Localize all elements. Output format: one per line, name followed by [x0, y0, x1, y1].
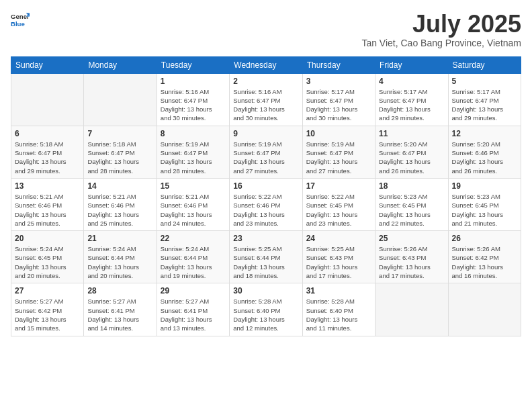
day-number: 29 [161, 286, 226, 295]
calendar-day-cell [11, 73, 84, 126]
day-number: 4 [379, 77, 444, 86]
day-number: 26 [452, 234, 517, 243]
day-number: 25 [379, 234, 444, 243]
calendar-day-cell: 20Sunrise: 5:24 AM Sunset: 6:45 PM Dayli… [11, 231, 84, 283]
calendar-day-cell: 13Sunrise: 5:21 AM Sunset: 6:46 PM Dayli… [11, 178, 84, 230]
day-number: 18 [379, 181, 444, 191]
day-number: 24 [306, 234, 371, 243]
calendar-day-cell: 18Sunrise: 5:23 AM Sunset: 6:45 PM Dayli… [375, 178, 448, 230]
weekday-header-cell: Monday [84, 56, 157, 73]
calendar-day-cell: 6Sunrise: 5:18 AM Sunset: 6:47 PM Daylig… [11, 126, 84, 178]
calendar-day-cell: 21Sunrise: 5:24 AM Sunset: 6:44 PM Dayli… [84, 231, 157, 283]
weekday-header-cell: Sunday [11, 56, 84, 73]
title-block: July 2025 Tan Viet, Cao Bang Province, V… [361, 11, 521, 48]
calendar-day-cell: 29Sunrise: 5:27 AM Sunset: 6:41 PM Dayli… [157, 283, 229, 336]
day-number: 10 [306, 129, 371, 138]
day-info: Sunrise: 5:21 AM Sunset: 6:46 PM Dayligh… [87, 192, 152, 228]
day-number: 6 [15, 129, 80, 138]
day-info: Sunrise: 5:25 AM Sunset: 6:43 PM Dayligh… [306, 244, 371, 280]
calendar-day-cell: 11Sunrise: 5:20 AM Sunset: 6:47 PM Dayli… [375, 126, 448, 178]
day-info: Sunrise: 5:22 AM Sunset: 6:46 PM Dayligh… [233, 192, 298, 228]
calendar-day-cell [84, 73, 157, 126]
day-number: 30 [233, 286, 298, 295]
location-title: Tan Viet, Cao Bang Province, Vietnam [361, 38, 521, 48]
day-info: Sunrise: 5:23 AM Sunset: 6:45 PM Dayligh… [452, 192, 517, 228]
day-number: 1 [161, 77, 226, 86]
weekday-header-cell: Tuesday [157, 56, 229, 73]
calendar-day-cell: 25Sunrise: 5:26 AM Sunset: 6:43 PM Dayli… [375, 231, 448, 283]
day-info: Sunrise: 5:19 AM Sunset: 6:47 PM Dayligh… [233, 140, 298, 175]
calendar-day-cell: 26Sunrise: 5:26 AM Sunset: 6:42 PM Dayli… [448, 231, 521, 283]
calendar-day-cell [448, 283, 521, 336]
day-number: 17 [306, 181, 371, 191]
weekday-header-cell: Friday [375, 56, 448, 73]
day-info: Sunrise: 5:28 AM Sunset: 6:40 PM Dayligh… [233, 297, 298, 332]
calendar-day-cell: 28Sunrise: 5:27 AM Sunset: 6:41 PM Dayli… [84, 283, 157, 336]
calendar-week-row: 6Sunrise: 5:18 AM Sunset: 6:47 PM Daylig… [11, 126, 521, 178]
day-number: 2 [233, 77, 298, 86]
day-number: 11 [379, 129, 444, 138]
svg-text:Blue: Blue [11, 20, 25, 28]
weekday-header-cell: Thursday [302, 56, 375, 73]
page-header: General Blue July 2025 Tan Viet, Cao Ban… [11, 11, 521, 48]
day-info: Sunrise: 5:24 AM Sunset: 6:44 PM Dayligh… [87, 244, 152, 280]
logo: General Blue [11, 11, 30, 30]
calendar-day-cell: 30Sunrise: 5:28 AM Sunset: 6:40 PM Dayli… [230, 283, 302, 336]
calendar-week-row: 27Sunrise: 5:27 AM Sunset: 6:42 PM Dayli… [11, 283, 521, 336]
calendar-body: 1Sunrise: 5:16 AM Sunset: 6:47 PM Daylig… [11, 73, 521, 336]
logo-icon: General Blue [11, 11, 30, 30]
calendar-day-cell: 27Sunrise: 5:27 AM Sunset: 6:42 PM Dayli… [11, 283, 84, 336]
day-info: Sunrise: 5:27 AM Sunset: 6:41 PM Dayligh… [87, 297, 152, 332]
day-number: 20 [15, 234, 80, 243]
calendar-day-cell: 16Sunrise: 5:22 AM Sunset: 6:46 PM Dayli… [230, 178, 302, 230]
calendar-day-cell: 24Sunrise: 5:25 AM Sunset: 6:43 PM Dayli… [302, 231, 375, 283]
day-info: Sunrise: 5:18 AM Sunset: 6:47 PM Dayligh… [87, 140, 152, 175]
day-number: 7 [87, 129, 152, 138]
day-number: 9 [233, 129, 298, 138]
day-number: 21 [87, 234, 152, 243]
day-info: Sunrise: 5:21 AM Sunset: 6:46 PM Dayligh… [161, 192, 226, 228]
day-info: Sunrise: 5:17 AM Sunset: 6:47 PM Dayligh… [379, 87, 444, 123]
day-info: Sunrise: 5:18 AM Sunset: 6:47 PM Dayligh… [15, 140, 80, 175]
day-info: Sunrise: 5:26 AM Sunset: 6:43 PM Dayligh… [379, 244, 444, 280]
calendar-day-cell: 31Sunrise: 5:28 AM Sunset: 6:40 PM Dayli… [302, 283, 375, 336]
calendar-week-row: 1Sunrise: 5:16 AM Sunset: 6:47 PM Daylig… [11, 73, 521, 126]
day-info: Sunrise: 5:17 AM Sunset: 6:47 PM Dayligh… [306, 87, 371, 123]
calendar-day-cell: 4Sunrise: 5:17 AM Sunset: 6:47 PM Daylig… [375, 73, 448, 126]
day-info: Sunrise: 5:24 AM Sunset: 6:45 PM Dayligh… [15, 244, 80, 280]
day-info: Sunrise: 5:23 AM Sunset: 6:45 PM Dayligh… [379, 192, 444, 228]
calendar-day-cell [375, 283, 448, 336]
day-info: Sunrise: 5:27 AM Sunset: 6:42 PM Dayligh… [15, 297, 80, 332]
day-info: Sunrise: 5:21 AM Sunset: 6:46 PM Dayligh… [15, 192, 80, 228]
calendar-day-cell: 5Sunrise: 5:17 AM Sunset: 6:47 PM Daylig… [448, 73, 521, 126]
calendar-day-cell: 3Sunrise: 5:17 AM Sunset: 6:47 PM Daylig… [302, 73, 375, 126]
day-info: Sunrise: 5:16 AM Sunset: 6:47 PM Dayligh… [161, 87, 226, 123]
day-number: 15 [161, 181, 226, 191]
day-info: Sunrise: 5:20 AM Sunset: 6:46 PM Dayligh… [452, 140, 517, 175]
day-info: Sunrise: 5:22 AM Sunset: 6:45 PM Dayligh… [306, 192, 371, 228]
day-info: Sunrise: 5:27 AM Sunset: 6:41 PM Dayligh… [161, 297, 226, 332]
day-info: Sunrise: 5:24 AM Sunset: 6:44 PM Dayligh… [161, 244, 226, 280]
day-info: Sunrise: 5:25 AM Sunset: 6:44 PM Dayligh… [233, 244, 298, 280]
calendar-week-row: 13Sunrise: 5:21 AM Sunset: 6:46 PM Dayli… [11, 178, 521, 230]
day-number: 13 [15, 181, 80, 191]
weekday-header-cell: Wednesday [230, 56, 302, 73]
weekday-header-cell: Saturday [448, 56, 521, 73]
day-number: 19 [452, 181, 517, 191]
day-number: 16 [233, 181, 298, 191]
calendar-day-cell: 7Sunrise: 5:18 AM Sunset: 6:47 PM Daylig… [84, 126, 157, 178]
day-info: Sunrise: 5:17 AM Sunset: 6:47 PM Dayligh… [452, 87, 517, 123]
day-number: 8 [161, 129, 226, 138]
calendar-week-row: 20Sunrise: 5:24 AM Sunset: 6:45 PM Dayli… [11, 231, 521, 283]
day-info: Sunrise: 5:20 AM Sunset: 6:47 PM Dayligh… [379, 140, 444, 175]
calendar-day-cell: 10Sunrise: 5:19 AM Sunset: 6:47 PM Dayli… [302, 126, 375, 178]
weekday-header-row: SundayMondayTuesdayWednesdayThursdayFrid… [11, 56, 521, 73]
calendar-day-cell: 14Sunrise: 5:21 AM Sunset: 6:46 PM Dayli… [84, 178, 157, 230]
day-number: 14 [87, 181, 152, 191]
day-number: 12 [452, 129, 517, 138]
calendar-day-cell: 22Sunrise: 5:24 AM Sunset: 6:44 PM Dayli… [157, 231, 229, 283]
day-number: 3 [306, 77, 371, 86]
calendar-table: SundayMondayTuesdayWednesdayThursdayFrid… [11, 56, 521, 336]
calendar-day-cell: 17Sunrise: 5:22 AM Sunset: 6:45 PM Dayli… [302, 178, 375, 230]
calendar-day-cell: 9Sunrise: 5:19 AM Sunset: 6:47 PM Daylig… [230, 126, 302, 178]
